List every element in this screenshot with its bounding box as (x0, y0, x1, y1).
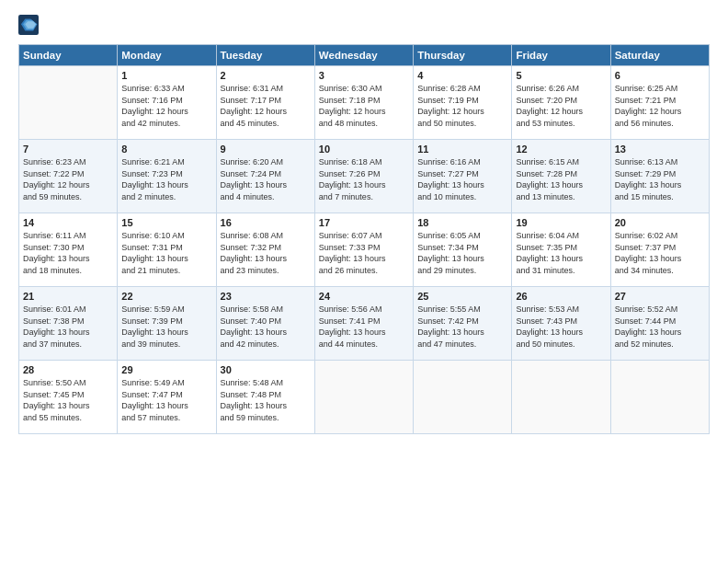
day-number: 14 (23, 217, 113, 228)
day-detail: Sunrise: 6:20 AM Sunset: 7:24 PM Dayligh… (221, 156, 311, 202)
day-number: 29 (121, 364, 211, 375)
calendar-cell: 5Sunrise: 6:26 AM Sunset: 7:20 PM Daylig… (512, 66, 610, 140)
week-row-3: 14Sunrise: 6:11 AM Sunset: 7:30 PM Dayli… (19, 213, 710, 287)
day-detail: Sunrise: 6:08 AM Sunset: 7:32 PM Dayligh… (221, 230, 311, 276)
calendar-cell (19, 66, 118, 140)
day-detail: Sunrise: 5:58 AM Sunset: 7:40 PM Dayligh… (221, 304, 311, 350)
day-number: 4 (417, 70, 507, 81)
calendar-cell: 22Sunrise: 5:59 AM Sunset: 7:39 PM Dayli… (118, 287, 216, 361)
day-detail: Sunrise: 6:23 AM Sunset: 7:22 PM Dayligh… (23, 156, 113, 202)
calendar-table: SundayMondayTuesdayWednesdayThursdayFrid… (18, 44, 710, 434)
calendar-cell: 11Sunrise: 6:16 AM Sunset: 7:27 PM Dayli… (414, 140, 512, 213)
calendar-cell: 10Sunrise: 6:18 AM Sunset: 7:26 PM Dayli… (314, 140, 413, 213)
calendar-cell: 27Sunrise: 5:52 AM Sunset: 7:44 PM Dayli… (610, 287, 709, 361)
day-detail: Sunrise: 5:49 AM Sunset: 7:47 PM Dayligh… (121, 377, 211, 423)
day-number: 25 (417, 291, 507, 302)
day-detail: Sunrise: 6:33 AM Sunset: 7:16 PM Dayligh… (121, 83, 211, 129)
day-detail: Sunrise: 5:53 AM Sunset: 7:43 PM Dayligh… (516, 304, 606, 350)
day-number: 26 (516, 291, 606, 302)
day-number: 20 (615, 217, 705, 228)
day-detail: Sunrise: 5:52 AM Sunset: 7:44 PM Dayligh… (615, 304, 705, 350)
day-detail: Sunrise: 6:04 AM Sunset: 7:35 PM Dayligh… (516, 230, 606, 276)
day-number: 21 (23, 291, 113, 302)
day-detail: Sunrise: 6:21 AM Sunset: 7:23 PM Dayligh… (121, 156, 211, 202)
calendar-cell: 9Sunrise: 6:20 AM Sunset: 7:24 PM Daylig… (216, 140, 314, 213)
day-number: 15 (121, 217, 211, 228)
calendar-cell: 28Sunrise: 5:50 AM Sunset: 7:45 PM Dayli… (19, 361, 118, 434)
calendar-cell: 14Sunrise: 6:11 AM Sunset: 7:30 PM Dayli… (19, 213, 118, 287)
day-detail: Sunrise: 6:01 AM Sunset: 7:38 PM Dayligh… (23, 304, 113, 350)
day-number: 2 (221, 70, 311, 81)
day-detail: Sunrise: 6:13 AM Sunset: 7:29 PM Dayligh… (615, 156, 705, 202)
header-day-thursday: Thursday (414, 45, 512, 66)
header-day-monday: Monday (118, 45, 216, 66)
calendar-cell: 4Sunrise: 6:28 AM Sunset: 7:19 PM Daylig… (414, 66, 512, 140)
day-number: 27 (615, 291, 705, 302)
day-number: 23 (221, 291, 311, 302)
day-number: 10 (319, 144, 409, 155)
calendar-cell: 20Sunrise: 6:02 AM Sunset: 7:37 PM Dayli… (610, 213, 709, 287)
day-number: 11 (417, 144, 507, 155)
day-detail: Sunrise: 6:05 AM Sunset: 7:34 PM Dayligh… (417, 230, 507, 276)
day-number: 28 (23, 364, 113, 375)
day-number: 8 (121, 144, 211, 155)
calendar-cell: 13Sunrise: 6:13 AM Sunset: 7:29 PM Dayli… (610, 140, 709, 213)
calendar-body: 1Sunrise: 6:33 AM Sunset: 7:16 PM Daylig… (19, 66, 710, 434)
day-number: 6 (615, 70, 705, 81)
day-detail: Sunrise: 5:56 AM Sunset: 7:41 PM Dayligh… (319, 304, 409, 350)
calendar-cell: 15Sunrise: 6:10 AM Sunset: 7:31 PM Dayli… (118, 213, 216, 287)
header-day-wednesday: Wednesday (314, 45, 413, 66)
calendar-page: SundayMondayTuesdayWednesdayThursdayFrid… (0, 0, 728, 563)
day-detail: Sunrise: 6:02 AM Sunset: 7:37 PM Dayligh… (615, 230, 705, 276)
day-detail: Sunrise: 6:16 AM Sunset: 7:27 PM Dayligh… (417, 156, 507, 202)
week-row-4: 21Sunrise: 6:01 AM Sunset: 7:38 PM Dayli… (19, 287, 710, 361)
calendar-cell: 21Sunrise: 6:01 AM Sunset: 7:38 PM Dayli… (19, 287, 118, 361)
day-number: 5 (516, 70, 606, 81)
calendar-cell: 19Sunrise: 6:04 AM Sunset: 7:35 PM Dayli… (512, 213, 610, 287)
calendar-cell: 3Sunrise: 6:30 AM Sunset: 7:18 PM Daylig… (314, 66, 413, 140)
day-detail: Sunrise: 5:48 AM Sunset: 7:48 PM Dayligh… (221, 377, 311, 423)
calendar-cell: 29Sunrise: 5:49 AM Sunset: 7:47 PM Dayli… (118, 361, 216, 434)
calendar-cell (610, 361, 709, 434)
week-row-5: 28Sunrise: 5:50 AM Sunset: 7:45 PM Dayli… (19, 361, 710, 434)
day-number: 18 (417, 217, 507, 228)
day-detail: Sunrise: 6:25 AM Sunset: 7:21 PM Dayligh… (615, 83, 705, 129)
calendar-cell: 24Sunrise: 5:56 AM Sunset: 7:41 PM Dayli… (314, 287, 413, 361)
day-number: 22 (121, 291, 211, 302)
calendar-cell: 6Sunrise: 6:25 AM Sunset: 7:21 PM Daylig… (610, 66, 709, 140)
calendar-cell: 30Sunrise: 5:48 AM Sunset: 7:48 PM Dayli… (216, 361, 314, 434)
day-number: 16 (221, 217, 311, 228)
day-number: 24 (319, 291, 409, 302)
header-day-saturday: Saturday (610, 45, 709, 66)
day-detail: Sunrise: 6:26 AM Sunset: 7:20 PM Dayligh… (516, 83, 606, 129)
calendar-header: SundayMondayTuesdayWednesdayThursdayFrid… (19, 45, 710, 66)
calendar-cell (512, 361, 610, 434)
week-row-2: 7Sunrise: 6:23 AM Sunset: 7:22 PM Daylig… (19, 140, 710, 213)
header-day-friday: Friday (512, 45, 610, 66)
day-number: 17 (319, 217, 409, 228)
day-number: 7 (23, 144, 113, 155)
day-detail: Sunrise: 6:31 AM Sunset: 7:17 PM Dayligh… (221, 83, 311, 129)
calendar-cell: 12Sunrise: 6:15 AM Sunset: 7:28 PM Dayli… (512, 140, 610, 213)
calendar-cell: 25Sunrise: 5:55 AM Sunset: 7:42 PM Dayli… (414, 287, 512, 361)
day-detail: Sunrise: 6:07 AM Sunset: 7:33 PM Dayligh… (319, 230, 409, 276)
header-day-sunday: Sunday (19, 45, 118, 66)
calendar-cell: 7Sunrise: 6:23 AM Sunset: 7:22 PM Daylig… (19, 140, 118, 213)
day-detail: Sunrise: 6:10 AM Sunset: 7:31 PM Dayligh… (121, 230, 211, 276)
day-detail: Sunrise: 6:28 AM Sunset: 7:19 PM Dayligh… (417, 83, 507, 129)
calendar-cell: 18Sunrise: 6:05 AM Sunset: 7:34 PM Dayli… (414, 213, 512, 287)
day-detail: Sunrise: 5:50 AM Sunset: 7:45 PM Dayligh… (23, 377, 113, 423)
header-row: SundayMondayTuesdayWednesdayThursdayFrid… (19, 45, 710, 66)
calendar-cell: 17Sunrise: 6:07 AM Sunset: 7:33 PM Dayli… (314, 213, 413, 287)
header-day-tuesday: Tuesday (216, 45, 314, 66)
day-number: 12 (516, 144, 606, 155)
calendar-cell: 16Sunrise: 6:08 AM Sunset: 7:32 PM Dayli… (216, 213, 314, 287)
day-number: 30 (221, 364, 311, 375)
week-row-1: 1Sunrise: 6:33 AM Sunset: 7:16 PM Daylig… (19, 66, 710, 140)
day-number: 13 (615, 144, 705, 155)
day-detail: Sunrise: 6:11 AM Sunset: 7:30 PM Dayligh… (23, 230, 113, 276)
calendar-cell (314, 361, 413, 434)
logo (18, 15, 42, 35)
calendar-cell: 8Sunrise: 6:21 AM Sunset: 7:23 PM Daylig… (118, 140, 216, 213)
day-number: 19 (516, 217, 606, 228)
